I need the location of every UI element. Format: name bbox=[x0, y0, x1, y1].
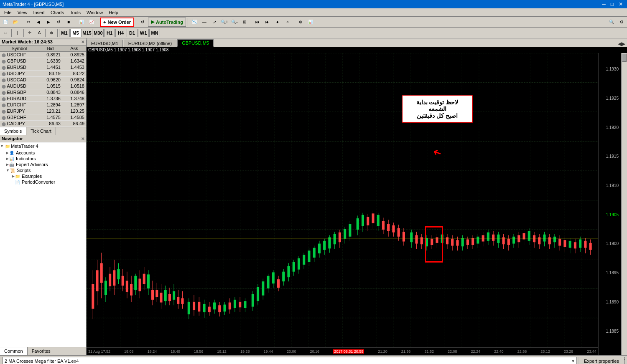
refresh-btn[interactable]: ↺ bbox=[54, 18, 63, 27]
period-h1[interactable]: H1 bbox=[104, 29, 115, 37]
tb2-move[interactable]: ↔ bbox=[1, 28, 10, 38]
nav-accounts[interactable]: ▶ 👤 Accounts bbox=[0, 150, 86, 156]
svg-rect-199 bbox=[563, 240, 566, 247]
market-watch-row[interactable]: ⬤ EURUSD 1.4451 1.4453 bbox=[0, 64, 86, 71]
tline-btn[interactable]: ↗ bbox=[210, 18, 219, 27]
period-m30[interactable]: M30 bbox=[93, 29, 104, 37]
maximize-btn[interactable]: □ bbox=[609, 1, 615, 7]
hline-btn[interactable]: — bbox=[200, 18, 209, 27]
menu-insert[interactable]: Insert bbox=[31, 9, 47, 16]
menu-window[interactable]: Window bbox=[84, 9, 105, 16]
chart2-btn[interactable]: 📈 bbox=[87, 18, 96, 27]
time-16: 22:40 bbox=[494, 349, 504, 354]
prev-btn[interactable]: ⏮ bbox=[253, 18, 262, 27]
period-m1[interactable]: M1 bbox=[59, 29, 70, 37]
mw-ask: 1.6342 bbox=[62, 58, 86, 64]
reload-btn[interactable]: ↺ bbox=[138, 18, 147, 27]
auto-trading-btn[interactable]: ▶ AutoTrading bbox=[148, 18, 186, 27]
next-btn[interactable]: ⏭ bbox=[263, 18, 272, 27]
tb2-line[interactable]: | bbox=[13, 28, 22, 38]
vertical-scrollbar[interactable] bbox=[621, 53, 627, 355]
open-btn[interactable]: 📂 bbox=[11, 18, 20, 27]
market-watch-row[interactable]: ⬤ EURAUD 1.3736 1.3748 bbox=[0, 96, 86, 102]
ring-btn[interactable]: ○ bbox=[283, 18, 292, 27]
new-order-btn[interactable]: + New Order bbox=[100, 18, 134, 27]
nav-metatrader4[interactable]: ▼ MetaTrader 4 bbox=[0, 142, 86, 150]
nav-examples[interactable]: ▶ 📁 Examples bbox=[0, 173, 86, 179]
svg-rect-45 bbox=[164, 290, 167, 301]
menu-charts[interactable]: Charts bbox=[48, 9, 66, 16]
tab-tick-chart[interactable]: Tick Chart bbox=[26, 127, 56, 135]
nav-scripts[interactable]: ▼ 📜 Scripts bbox=[0, 167, 86, 173]
time-18: 23:12 bbox=[540, 349, 550, 354]
zoom-in-btn[interactable]: 🔍+ bbox=[220, 18, 229, 27]
fit-btn[interactable]: ⊞ bbox=[240, 18, 249, 27]
market-watch-row[interactable]: ⬤ USDCHF 0.8921 0.8925 bbox=[0, 52, 86, 58]
menu-help[interactable]: Help bbox=[106, 9, 121, 16]
chart-scroll-left[interactable]: ◀ bbox=[618, 41, 622, 47]
nav-indicators[interactable]: ▶ 📊 Indicators bbox=[0, 156, 86, 162]
period-m15[interactable]: M15 bbox=[82, 29, 92, 37]
market-watch-row[interactable]: ⬤ AUDUSD 1.0515 1.0518 bbox=[0, 83, 86, 89]
expert-properties-btn[interactable]: Expert properties bbox=[579, 357, 624, 364]
svg-rect-71 bbox=[229, 303, 231, 310]
close-btn[interactable]: ✕ bbox=[617, 1, 624, 7]
period-h4[interactable]: H4 bbox=[115, 29, 126, 37]
svg-rect-183 bbox=[522, 233, 525, 239]
stop-btn[interactable]: ■ bbox=[64, 18, 73, 27]
cut-btn[interactable]: ✂ bbox=[24, 18, 33, 27]
indicators-btn[interactable]: 📊 bbox=[306, 18, 315, 27]
period-m5[interactable]: M5 bbox=[70, 29, 81, 37]
tb2-crosshair[interactable]: ✛ bbox=[25, 28, 34, 38]
chart-tab-eurusd-m2[interactable]: EURUSD,M2 (offline) bbox=[124, 40, 176, 47]
search2[interactable]: ⚙ bbox=[617, 18, 626, 27]
chart-tab-gbpusd-m5[interactable]: GBPUSD,M5 bbox=[177, 39, 214, 47]
svg-rect-57 bbox=[193, 302, 195, 310]
sep2 bbox=[75, 18, 75, 26]
menu-tools[interactable]: Tools bbox=[67, 9, 83, 16]
tb2-arr[interactable]: ⊕ bbox=[47, 28, 56, 38]
fwd-btn[interactable]: ▶ bbox=[44, 18, 53, 27]
market-watch-row[interactable]: ⬤ EURJPY 120.21 120.25 bbox=[0, 108, 86, 114]
back-btn[interactable]: ◀ bbox=[34, 18, 43, 27]
time-8: 19:44 bbox=[263, 349, 273, 354]
chart-svg bbox=[87, 53, 598, 347]
market-watch-close[interactable]: ✕ bbox=[81, 40, 84, 44]
new-btn[interactable]: 📄 bbox=[1, 18, 10, 27]
market-watch-row[interactable]: ⬤ GBPUSD 1.6339 1.6342 bbox=[0, 58, 86, 64]
market-watch-row[interactable]: ⬤ USDJPY 83.19 83.22 bbox=[0, 71, 86, 77]
annotation-box: لاحظ توقيت بداية الشمعه اصبح كل دقيقتين bbox=[402, 95, 473, 123]
market-watch-row[interactable]: ⬤ EURCHF 1.2894 1.2897 bbox=[0, 102, 86, 108]
zoom-out-btn[interactable]: 🔍- bbox=[230, 18, 239, 27]
tab-favorites[interactable]: Favorites bbox=[28, 347, 55, 355]
cursor-btn[interactable]: ⊕ bbox=[296, 18, 305, 27]
chart-scroll-right[interactable]: ▶ bbox=[622, 41, 625, 47]
svg-rect-111 bbox=[334, 234, 336, 244]
market-watch-row[interactable]: ⬤ EURGBP 0.8843 0.8846 bbox=[0, 89, 86, 96]
main-layout: Market Watch: 16:24:53 ✕ Symbol Bid Ask … bbox=[0, 38, 627, 355]
nav-period-converter[interactable]: 📄 PeriodConverter bbox=[0, 179, 86, 185]
nav-expert-advisors[interactable]: ▶ 🤖 Expert Advisors bbox=[0, 162, 86, 167]
market-watch-row[interactable]: ⬤ GBPCHF 1.4575 1.4585 bbox=[0, 114, 86, 121]
expert-dropdown[interactable]: 2 MA Crosses Mega filter EA V1.ex4 ▼ bbox=[3, 357, 577, 364]
tab-common[interactable]: Common bbox=[0, 347, 28, 355]
period-mn[interactable]: MN bbox=[149, 29, 160, 37]
chart-tab-eurusd-m1[interactable]: EURUSD,M1 bbox=[87, 40, 123, 47]
accounts-icon: 👤 bbox=[9, 151, 16, 155]
minimize-btn[interactable]: ─ bbox=[600, 1, 607, 7]
market-watch-row[interactable]: ⬤ USDCAD 0.9620 0.9624 bbox=[0, 77, 86, 83]
scroll-thumb[interactable] bbox=[622, 53, 627, 62]
search-right[interactable]: 🔍 bbox=[607, 18, 616, 27]
market-watch-row[interactable]: ⬤ CADJPY 86.43 86.49 bbox=[0, 121, 86, 127]
menu-file[interactable]: File bbox=[2, 9, 14, 16]
menu-view[interactable]: View bbox=[15, 9, 30, 16]
tab-symbols[interactable]: Symbols bbox=[0, 127, 26, 135]
period-d1[interactable]: D1 bbox=[127, 29, 138, 37]
opt-btn[interactable]: ● bbox=[273, 18, 282, 27]
chart-btn[interactable]: 📊 bbox=[77, 18, 86, 27]
chart-canvas[interactable]: 31 Aug 17:52 18:08 18:24 18:40 18:56 19:… bbox=[87, 53, 598, 355]
navigator-close[interactable]: ✕ bbox=[81, 136, 84, 141]
line-btn[interactable]: 📉 bbox=[190, 18, 199, 27]
tb2-text[interactable]: A bbox=[35, 28, 44, 38]
period-w1[interactable]: W1 bbox=[138, 29, 149, 37]
